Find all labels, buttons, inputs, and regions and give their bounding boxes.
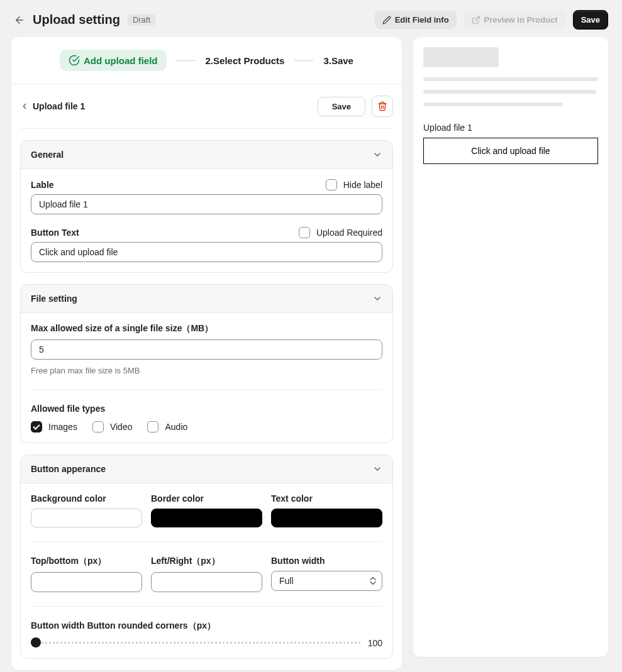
svg-line-1 xyxy=(475,16,479,20)
allowed-types-label: Allowed file types xyxy=(31,404,382,414)
step-divider xyxy=(177,60,196,61)
rounded-max-value: 100 xyxy=(368,638,382,648)
preview-in-product-button: Preview in Product xyxy=(464,11,565,29)
external-link-icon xyxy=(472,16,480,25)
filetype-audio-label: Audio xyxy=(165,422,187,432)
hide-label-text: Hide label xyxy=(343,180,382,190)
filetype-video-checkbox[interactable]: Video xyxy=(92,421,133,432)
main-panel: Add upload field 2.Select Products 3.Sav… xyxy=(11,37,402,670)
status-badge: Draft xyxy=(128,14,155,26)
label-heading: Lable xyxy=(31,180,54,190)
page-title: Upload setting xyxy=(33,13,120,27)
skeleton-title xyxy=(423,47,499,67)
text-color-label: Text color xyxy=(271,493,382,504)
general-card-header[interactable]: General xyxy=(21,141,392,169)
checkbox-icon xyxy=(147,421,158,432)
rounded-corners-label: Button width Button rounded corners（px） xyxy=(31,620,382,632)
appearance-title: Button apperance xyxy=(31,464,106,474)
tb-padding-input[interactable] xyxy=(31,572,142,592)
check-circle-icon xyxy=(69,55,80,66)
field-name: Upload file 1 xyxy=(33,101,85,111)
step-divider xyxy=(294,60,313,61)
field-header: Upload file 1 Save xyxy=(20,84,393,129)
save-button[interactable]: Save xyxy=(573,10,608,30)
appearance-card: Button apperance Background color Border… xyxy=(20,454,393,659)
rounded-corners-slider[interactable] xyxy=(31,642,360,644)
filetype-audio-checkbox[interactable]: Audio xyxy=(147,421,187,432)
lr-padding-label: Left/Right（px） xyxy=(151,556,262,567)
preview-panel: Upload file 1 Click and upload file xyxy=(413,37,608,657)
step-save[interactable]: 3.Save xyxy=(323,55,353,66)
back-arrow-icon[interactable] xyxy=(14,14,25,26)
preview-in-product-label: Preview in Product xyxy=(484,15,558,25)
button-width-select[interactable] xyxy=(271,571,382,591)
skeleton-line xyxy=(423,102,563,106)
edit-field-info-label: Edit Field info xyxy=(395,15,449,25)
checkbox-icon xyxy=(326,179,337,190)
stepper: Add upload field 2.Select Products 3.Sav… xyxy=(11,37,402,84)
max-size-label: Max allowed size of a single file size（M… xyxy=(31,323,382,334)
skeleton-line xyxy=(423,77,598,81)
checkbox-icon xyxy=(92,421,104,432)
label-input[interactable] xyxy=(31,194,382,214)
appearance-card-header[interactable]: Button apperance xyxy=(21,455,392,483)
general-card: General Lable Hide label Button Text xyxy=(20,140,393,273)
max-size-help: Free plan max file size is 5MB xyxy=(31,366,382,375)
max-size-input[interactable] xyxy=(31,339,382,360)
button-text-input[interactable] xyxy=(31,242,382,262)
hide-label-checkbox[interactable]: Hide label xyxy=(326,179,382,190)
step-select-products[interactable]: 2.Select Products xyxy=(206,55,285,66)
lr-padding-input[interactable] xyxy=(151,572,262,592)
filetype-images-checkbox[interactable]: Images xyxy=(31,421,77,432)
bg-color-label: Background color xyxy=(31,493,142,504)
border-color-swatch[interactable] xyxy=(151,509,262,527)
button-text-heading: Button Text xyxy=(31,228,79,238)
select-caret-icon xyxy=(370,577,376,585)
border-color-label: Border color xyxy=(151,493,262,504)
delete-field-button[interactable] xyxy=(372,96,393,117)
general-title: General xyxy=(31,150,64,160)
skeleton-line xyxy=(423,90,596,94)
filetype-images-label: Images xyxy=(48,422,77,432)
chevron-down-icon xyxy=(372,294,382,304)
file-setting-card: File setting Max allowed size of a singl… xyxy=(20,284,393,443)
slider-thumb[interactable] xyxy=(31,637,41,647)
button-width-label: Button width xyxy=(271,556,382,566)
trash-icon xyxy=(377,101,387,111)
preview-field-label: Upload file 1 xyxy=(423,123,598,133)
filetype-video-label: Video xyxy=(110,422,133,432)
upload-required-checkbox[interactable]: Upload Required xyxy=(299,227,382,238)
text-color-swatch[interactable] xyxy=(271,509,382,527)
field-save-button[interactable]: Save xyxy=(318,97,365,116)
bg-color-swatch[interactable] xyxy=(31,509,142,527)
checkbox-icon xyxy=(299,227,310,238)
step-active-label: Add upload field xyxy=(84,55,158,66)
upload-required-text: Upload Required xyxy=(316,228,382,238)
chevron-down-icon xyxy=(372,464,382,474)
chevron-left-icon[interactable] xyxy=(20,102,29,111)
preview-upload-button[interactable]: Click and upload file xyxy=(423,138,598,164)
pencil-icon xyxy=(382,16,391,25)
tb-padding-label: Top/bottom（px） xyxy=(31,556,142,567)
file-setting-title: File setting xyxy=(31,294,77,304)
chevron-down-icon xyxy=(372,150,382,160)
file-setting-card-header[interactable]: File setting xyxy=(21,285,392,313)
checkbox-checked-icon xyxy=(31,421,42,432)
step-add-upload-field[interactable]: Add upload field xyxy=(60,50,167,71)
edit-field-info-button[interactable]: Edit Field info xyxy=(375,11,457,29)
